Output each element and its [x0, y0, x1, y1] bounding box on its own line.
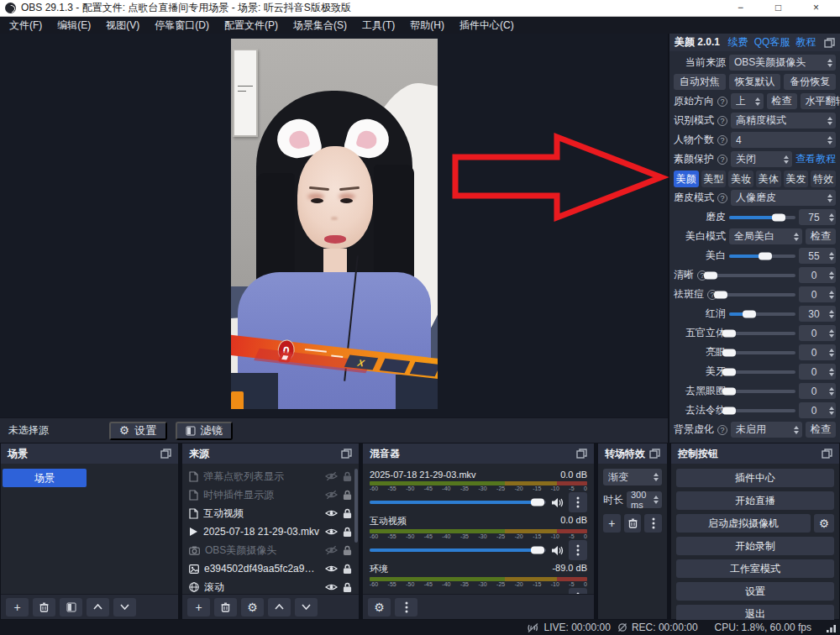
slider-handle[interactable] — [759, 252, 772, 260]
volume-slider[interactable] — [370, 501, 546, 504]
eye-off-icon[interactable] — [325, 490, 338, 500]
studio-mode-button[interactable]: 工作室模式 — [676, 559, 834, 578]
eye-icon[interactable] — [325, 582, 338, 592]
popout-icon[interactable] — [824, 38, 835, 48]
channel-menu-button[interactable] — [569, 492, 587, 512]
menu-docks[interactable]: 停靠窗口(D) — [147, 17, 217, 34]
close-button[interactable]: × — [797, 0, 835, 16]
source-row[interactable]: 时钟插件显示源 — [182, 485, 359, 504]
webcam-preview[interactable]: 0 X — [231, 39, 438, 409]
remove-source-button[interactable] — [214, 598, 237, 617]
face-protect-dropdown[interactable]: 关闭 — [731, 151, 792, 167]
popout-icon[interactable] — [341, 449, 352, 459]
view-tutorial-link[interactable]: 查看教程 — [795, 152, 836, 166]
white-mode-dropdown[interactable]: 全局美白 — [729, 228, 802, 244]
recognition-mode-dropdown[interactable]: 高精度模式 — [731, 113, 836, 129]
source-filters-button[interactable]: 滤镜 — [176, 422, 234, 440]
maximize-button[interactable]: □ — [759, 0, 797, 16]
help-icon[interactable]: ? — [717, 155, 727, 165]
slider-handle[interactable] — [722, 329, 736, 337]
tab-shape[interactable]: 美型 — [701, 171, 727, 187]
eye-icon[interactable] — [325, 527, 338, 537]
current-source-dropdown[interactable]: OBS美颜摄像头 — [729, 55, 836, 71]
bright-eyes-value-spinner[interactable]: 0 — [799, 344, 836, 360]
eye-icon[interactable] — [325, 508, 338, 518]
remove-scene-button[interactable] — [33, 598, 55, 617]
clarity-value-spinner[interactable]: 0 — [799, 267, 836, 283]
clarity-slider[interactable] — [711, 274, 795, 277]
slider-handle[interactable] — [531, 547, 544, 554]
horizontal-flip-button[interactable]: 水平翻转 — [801, 93, 837, 109]
source-row[interactable]: 弹幕点歌列表显示 — [182, 467, 359, 485]
lock-icon[interactable] — [343, 508, 352, 519]
smooth-slider[interactable] — [729, 216, 795, 219]
menu-file[interactable]: 文件(F) — [2, 17, 50, 34]
person-count-spinner[interactable]: 4 — [731, 132, 836, 148]
help-icon[interactable]: ? — [717, 116, 727, 126]
smile-lines-slider[interactable] — [729, 409, 795, 412]
bright-eyes-slider[interactable] — [729, 351, 795, 354]
help-icon[interactable]: ? — [717, 425, 727, 435]
add-scene-button[interactable]: + — [6, 598, 29, 617]
source-move-up-button[interactable] — [268, 598, 291, 617]
scene-item-selected[interactable]: 场景 — [3, 469, 87, 487]
autofocus-button[interactable]: 自动对焦 — [674, 74, 726, 90]
restore-default-button[interactable]: 恢复默认 — [729, 74, 781, 90]
rosy-slider[interactable] — [729, 312, 795, 316]
transition-duration-spinner[interactable]: 300 ms — [627, 491, 662, 508]
lock-icon[interactable] — [343, 527, 352, 538]
slider-handle[interactable] — [722, 387, 736, 395]
menu-plugin-center[interactable]: 插件中心(C) — [452, 17, 522, 34]
menu-edit[interactable]: 编辑(E) — [50, 17, 98, 34]
add-source-button[interactable]: + — [187, 598, 210, 617]
tab-makeup[interactable]: 美妆 — [728, 171, 753, 187]
scene-filters-button[interactable] — [60, 598, 82, 617]
help-icon[interactable]: ? — [717, 97, 727, 107]
backup-restore-button[interactable]: 备份恢复 — [784, 74, 836, 90]
orientation-dropdown[interactable]: 上 — [731, 93, 764, 109]
virtual-camera-settings-button[interactable]: ⚙ — [814, 514, 834, 533]
add-transition-button[interactable]: + — [603, 514, 621, 533]
teeth-value-spinner[interactable]: 0 — [799, 364, 836, 380]
smile-lines-value-spinner[interactable]: 0 — [799, 402, 836, 418]
start-streaming-button[interactable]: 开始直播 — [676, 491, 834, 510]
menu-view[interactable]: 视图(V) — [98, 17, 147, 34]
tutorial-link[interactable]: 教程 — [795, 35, 816, 50]
tab-hair[interactable]: 美发 — [784, 171, 809, 187]
popout-icon[interactable] — [822, 449, 832, 459]
source-properties-toolbar-button[interactable]: ⚙ — [241, 598, 264, 617]
bg-blur-dropdown[interactable]: 未启用 — [731, 422, 802, 438]
slider-handle[interactable] — [531, 499, 544, 506]
scene-move-down-button[interactable] — [113, 598, 136, 617]
popout-icon[interactable] — [160, 449, 171, 459]
settings-button[interactable]: 设置 — [676, 582, 834, 601]
help-icon[interactable]: ? — [717, 135, 727, 145]
lock-icon[interactable] — [343, 490, 352, 501]
source-move-down-button[interactable] — [295, 598, 318, 617]
menu-scene-collection[interactable]: 场景集合(S) — [286, 17, 354, 34]
source-properties-button[interactable]: ⚙ 设置 — [109, 422, 167, 440]
source-row[interactable]: 滚动 — [182, 578, 359, 594]
menu-profile[interactable]: 配置文件(P) — [217, 17, 286, 34]
popout-icon[interactable] — [649, 449, 660, 459]
help-icon[interactable]: ? — [717, 193, 727, 203]
lock-icon[interactable] — [343, 564, 352, 575]
whiten-value-spinner[interactable]: 55 — [799, 248, 836, 264]
volume-slider[interactable] — [370, 548, 546, 552]
remove-transition-button[interactable] — [624, 514, 642, 533]
popout-icon[interactable] — [576, 449, 587, 459]
slider-handle[interactable] — [772, 213, 785, 221]
whiten-slider[interactable] — [729, 255, 795, 258]
slider-handle[interactable] — [704, 271, 717, 279]
smooth-value-spinner[interactable]: 75 — [799, 209, 836, 225]
preview-area[interactable]: 0 X — [0, 34, 668, 417]
blemish-slider[interactable] — [721, 293, 795, 297]
source-row[interactable]: 2025-07-18 21-29-03.mkv — [182, 522, 359, 541]
eye-off-icon[interactable] — [325, 545, 338, 555]
orientation-check-button[interactable]: 检查 — [767, 93, 797, 109]
menu-help[interactable]: 帮助(H) — [402, 17, 452, 34]
scrollbar[interactable] — [354, 469, 358, 543]
menu-tools[interactable]: 工具(T) — [354, 17, 402, 34]
dark-circle-slider[interactable] — [729, 390, 795, 393]
tab-beauty[interactable]: 美颜 — [674, 171, 699, 187]
